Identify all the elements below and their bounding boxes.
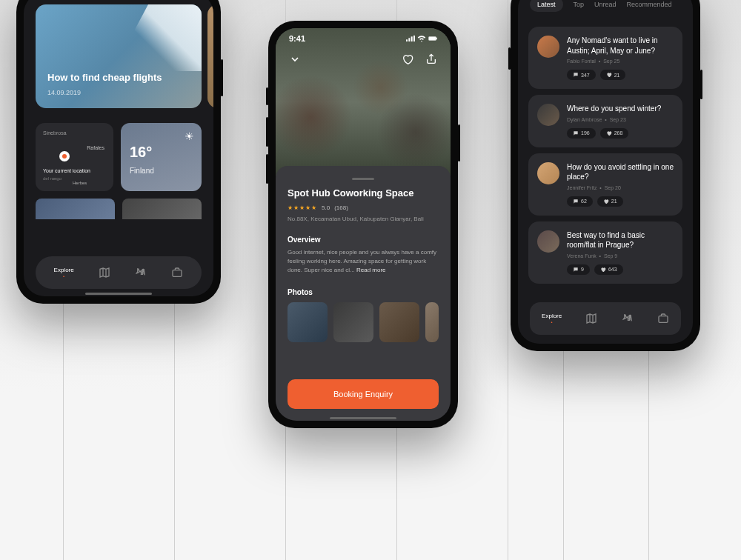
photo-thumb[interactable] <box>333 302 373 342</box>
nav-flights[interactable] <box>622 313 634 324</box>
bottom-nav: Explore • <box>530 302 681 335</box>
avatar[interactable] <box>537 162 559 184</box>
svg-rect-7 <box>436 38 437 39</box>
tab-latest[interactable]: Latest <box>530 0 563 12</box>
comments-chip[interactable]: 347 <box>567 70 596 80</box>
nav-map[interactable] <box>99 267 110 279</box>
nav-work[interactable] <box>171 267 183 279</box>
photos-label: Photos <box>288 288 439 296</box>
featured-article-card[interactable]: How to find cheap flights 14.09.2019 <box>36 4 202 108</box>
forum-tabs: Latest Top Unread Recommended <box>518 0 693 21</box>
overview-text: Good internet, nice people and you alway… <box>288 248 439 275</box>
hero-image: 9:41 <box>276 28 451 176</box>
phone-forum-screen: Latest Top Unread Recommended Any Nomad'… <box>518 0 693 344</box>
tab-unread[interactable]: Unread <box>594 1 617 8</box>
featured-next-peek[interactable] <box>207 4 213 108</box>
drag-handle[interactable] <box>352 178 374 180</box>
rating-count: (168) <box>334 204 348 211</box>
sun-icon: ☀ <box>185 130 194 142</box>
avatar[interactable] <box>537 104 559 126</box>
comments-chip[interactable]: 196 <box>567 128 596 139</box>
post-card[interactable]: Where do you spend winter? Dylan Ambrose… <box>528 95 682 147</box>
heart-icon <box>606 72 612 78</box>
avatar[interactable] <box>537 36 559 58</box>
phone-detail: 9:41 <box>268 21 458 428</box>
favorite-button[interactable] <box>402 53 413 65</box>
bottom-nav: Explore • <box>36 256 202 289</box>
phone-detail-screen: 9:41 <box>276 28 451 421</box>
likes-chip[interactable]: 21 <box>600 70 626 80</box>
comment-icon <box>573 72 579 78</box>
comment-icon <box>573 267 579 273</box>
likes-chip[interactable]: 268 <box>600 128 629 139</box>
nav-label: Explore <box>542 313 562 319</box>
map-label: del raego <box>43 176 62 181</box>
comment-icon <box>573 130 579 136</box>
likes-chip[interactable]: 643 <box>594 264 623 275</box>
heart-icon <box>606 130 612 136</box>
location-widget[interactable]: Sinebrosa Rafales Your current location … <box>36 123 113 191</box>
map-label: Sinebrosa <box>43 130 106 136</box>
stars-icon: ★★★★★ <box>288 204 317 211</box>
home-indicator[interactable] <box>330 417 396 419</box>
weather-widget[interactable]: ☀ 16° Finland <box>121 123 202 191</box>
heart-icon <box>600 267 606 273</box>
share-button[interactable] <box>425 53 437 65</box>
plane-icon <box>622 313 634 324</box>
svg-rect-4 <box>413 36 415 41</box>
overview-label: Overview <box>288 236 439 244</box>
read-more-link[interactable]: Read more <box>356 267 386 273</box>
post-card[interactable]: How do you avoid settling in one place? … <box>528 153 682 216</box>
tab-top[interactable]: Top <box>574 1 585 8</box>
nav-work[interactable] <box>657 313 669 324</box>
home-indicator[interactable] <box>85 293 152 295</box>
chevron-down-icon <box>289 53 301 65</box>
post-card[interactable]: Best way to find a basic room/flat in Pr… <box>528 221 682 284</box>
comments-chip[interactable]: 9 <box>567 264 590 275</box>
likes-chip[interactable]: 21 <box>597 196 623 207</box>
photo-thumb[interactable] <box>379 302 419 342</box>
tab-recommended[interactable]: Recommended <box>627 1 672 8</box>
phone-forum: Latest Top Unread Recommended Any Nomad'… <box>511 0 700 351</box>
comments-chip[interactable]: 62 <box>567 196 593 207</box>
svg-rect-0 <box>173 270 182 277</box>
briefcase-icon <box>657 313 669 324</box>
address: No.88X, Kecamatan Ubud, Kabupaten Gianya… <box>288 216 439 222</box>
share-icon <box>425 53 437 65</box>
post-title: How do you avoid settling in one place? <box>567 162 674 182</box>
heart-icon <box>603 199 609 204</box>
status-time: 9:41 <box>289 34 305 43</box>
photo-thumb[interactable] <box>288 302 328 342</box>
gallery-thumb[interactable] <box>36 199 115 219</box>
nav-flights[interactable] <box>135 267 147 279</box>
nav-explore[interactable]: Explore • <box>54 267 74 279</box>
plane-icon <box>135 267 147 279</box>
signal-icon <box>406 35 415 42</box>
nav-map[interactable] <box>585 313 597 324</box>
temperature: 16° <box>130 144 193 161</box>
rating-score: 5.0 <box>322 204 330 211</box>
booking-enquiry-button[interactable]: Booking Enquiry <box>288 379 439 409</box>
post-card[interactable]: Any Nomad's want to live in Austin; Apri… <box>528 27 682 89</box>
photo-thumb[interactable] <box>425 302 439 342</box>
avatar[interactable] <box>537 230 559 253</box>
post-meta: Dylan Ambrose • Sep 23 <box>567 117 674 122</box>
rating-row: ★★★★★ 5.0 (168) <box>288 204 439 211</box>
nav-explore[interactable]: Explore • <box>542 313 562 324</box>
featured-title: How to find cheap flights <box>47 72 190 83</box>
svg-rect-3 <box>411 36 413 41</box>
back-button[interactable] <box>289 53 301 65</box>
nav-label: Explore <box>54 267 74 273</box>
wifi-icon <box>417 35 426 42</box>
map-icon <box>99 267 110 279</box>
map-label: Herbes <box>73 181 87 185</box>
featured-date: 14.09.2019 <box>47 89 190 96</box>
photos-row <box>288 302 439 342</box>
comment-icon <box>573 199 579 204</box>
briefcase-icon <box>171 267 183 279</box>
weather-location: Finland <box>130 167 193 175</box>
gallery-thumb[interactable] <box>122 199 202 219</box>
post-title: Best way to find a basic room/flat in Pr… <box>567 230 674 250</box>
airplane-wing-image <box>113 4 202 71</box>
heart-icon <box>402 53 413 65</box>
